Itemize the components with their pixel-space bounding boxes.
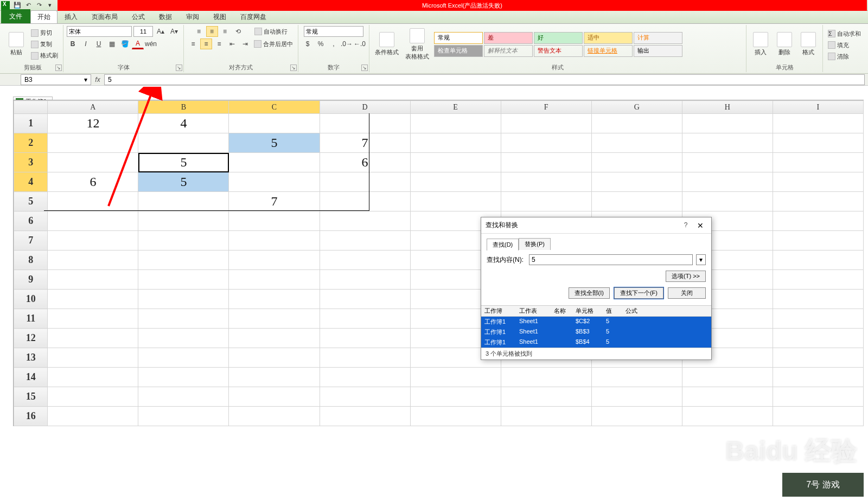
font-size-select[interactable] <box>133 26 153 37</box>
col-workbook[interactable]: 工作簿 <box>481 306 516 316</box>
col-formula[interactable]: 公式 <box>622 306 711 316</box>
col-C[interactable]: C <box>229 101 320 114</box>
qat-undo-icon[interactable]: ↶ <box>23 1 33 10</box>
cell-D3[interactable]: 6 <box>320 153 410 172</box>
style-calc[interactable]: 计算 <box>634 32 682 44</box>
col-I[interactable]: I <box>773 101 863 114</box>
tab-baidu[interactable]: 百度网盘 <box>233 10 273 23</box>
cell-A2[interactable] <box>48 133 138 153</box>
row-11[interactable]: 11 <box>14 309 48 329</box>
alignment-launcher-icon[interactable]: ↘ <box>290 65 297 71</box>
format-painter-button[interactable]: 格式刷 <box>29 50 60 61</box>
number-launcher-icon[interactable]: ↘ <box>361 65 368 71</box>
row-15[interactable]: 15 <box>14 387 48 407</box>
spreadsheet-grid[interactable]: A B C D E F G H I 1 12 4 2 5 7 3 5 6 <box>13 100 864 426</box>
cell-C3[interactable] <box>229 153 320 172</box>
cell-C1[interactable] <box>229 114 320 133</box>
increase-decimal-icon[interactable]: .0→ <box>341 38 353 49</box>
fx-icon[interactable]: fx <box>91 76 104 84</box>
qat-redo-icon[interactable]: ↷ <box>34 1 44 10</box>
row-2[interactable]: 2 <box>14 133 48 153</box>
row-10[interactable]: 10 <box>14 290 48 309</box>
style-warning[interactable]: 警告文本 <box>534 45 583 57</box>
cell-A4[interactable]: 6 <box>48 172 138 192</box>
name-box[interactable]: B3▾ <box>21 74 91 85</box>
cell-B4[interactable]: 5 <box>138 172 229 192</box>
style-output[interactable]: 输出 <box>634 45 682 57</box>
result-row[interactable]: 工作簿1Sheet1$B$35 <box>481 327 711 337</box>
orientation-icon[interactable]: ⟲ <box>232 26 244 37</box>
fill-color-button[interactable]: 🪣 <box>119 38 131 49</box>
tab-formulas[interactable]: 公式 <box>125 10 152 23</box>
style-explain[interactable]: 解释性文本 <box>484 45 533 57</box>
align-top-icon[interactable]: ≡ <box>193 26 205 37</box>
style-good[interactable]: 好 <box>534 32 583 44</box>
tab-home[interactable]: 开始 <box>30 10 58 23</box>
autosum-button[interactable]: Σ自动求和 <box>826 28 863 39</box>
copy-button[interactable]: 复制 <box>29 39 60 50</box>
comma-icon[interactable]: , <box>328 38 340 49</box>
col-worksheet[interactable]: 工作表 <box>516 306 551 316</box>
cell-C2[interactable]: 5 <box>229 133 320 153</box>
cell-B1[interactable]: 4 <box>138 114 229 133</box>
delete-cells-button[interactable]: 删除 <box>774 31 795 57</box>
col-A[interactable]: A <box>48 101 138 114</box>
font-color-button[interactable]: A <box>132 38 144 49</box>
col-cell[interactable]: 单元格 <box>572 306 603 316</box>
cell-B3[interactable]: 5 <box>138 153 229 172</box>
column-headers[interactable]: A B C D E F G H I <box>14 101 864 114</box>
result-row[interactable]: 工作簿1Sheet1$B$45 <box>481 337 711 348</box>
row-8[interactable]: 8 <box>14 251 48 270</box>
cell-D4[interactable] <box>320 172 410 192</box>
clipboard-launcher-icon[interactable]: ↘ <box>55 65 62 71</box>
border-button[interactable]: ▦ <box>106 38 118 49</box>
row-5[interactable]: 5 <box>14 192 48 211</box>
col-H[interactable]: H <box>682 101 773 114</box>
name-box-dropdown-icon[interactable]: ▾ <box>84 76 87 84</box>
row-12[interactable]: 12 <box>14 329 48 348</box>
tab-view[interactable]: 视图 <box>206 10 233 23</box>
row-1[interactable]: 1 <box>14 114 48 133</box>
col-value[interactable]: 值 <box>603 306 622 316</box>
wrap-text-button[interactable]: 自动换行 <box>253 26 289 37</box>
find-input[interactable] <box>529 254 693 265</box>
percent-icon[interactable]: % <box>315 38 327 49</box>
paste-button[interactable]: 粘贴 <box>5 31 27 57</box>
qat-save-icon[interactable]: 💾 <box>12 1 22 10</box>
currency-icon[interactable]: $ <box>302 38 314 49</box>
cell-C5[interactable]: 7 <box>229 192 320 211</box>
decrease-decimal-icon[interactable]: ←.0 <box>354 38 366 49</box>
table-format-button[interactable]: 套用 表格格式 <box>403 27 431 62</box>
font-launcher-icon[interactable]: ↘ <box>176 65 182 71</box>
row-14[interactable]: 14 <box>14 368 48 387</box>
close-button[interactable]: 关闭 <box>668 287 706 299</box>
cell-D2[interactable]: 7 <box>320 133 410 153</box>
style-bad[interactable]: 差 <box>484 32 533 44</box>
number-format-select[interactable] <box>304 26 363 37</box>
tab-data[interactable]: 数据 <box>152 10 179 23</box>
col-B[interactable]: B <box>138 101 229 114</box>
tab-review[interactable]: 审阅 <box>179 10 206 23</box>
conditional-format-button[interactable]: 条件格式 <box>373 31 401 57</box>
bold-button[interactable]: B <box>67 38 79 49</box>
col-name[interactable]: 名称 <box>551 306 572 316</box>
tab-layout[interactable]: 页面布局 <box>85 10 125 23</box>
clear-button[interactable]: 清除 <box>826 51 863 62</box>
style-normal[interactable]: 常规 <box>434 32 483 44</box>
align-right-icon[interactable]: ≡ <box>213 38 225 49</box>
row-6[interactable]: 6 <box>14 211 48 231</box>
style-link[interactable]: 链接单元格 <box>584 45 633 57</box>
fill-button[interactable]: 填充 <box>826 40 863 50</box>
cell-A3[interactable] <box>48 153 138 172</box>
row-3[interactable]: 3 <box>14 153 48 172</box>
select-all-corner[interactable] <box>14 101 48 114</box>
tab-file[interactable]: 文件 <box>1 9 30 23</box>
tab-insert[interactable]: 插入 <box>58 10 85 23</box>
italic-button[interactable]: I <box>80 38 92 49</box>
cell-C4[interactable] <box>229 172 320 192</box>
insert-cells-button[interactable]: 插入 <box>750 31 771 57</box>
row-16[interactable]: 16 <box>14 407 48 426</box>
tab-find[interactable]: 查找(D) <box>487 239 519 251</box>
col-G[interactable]: G <box>591 101 682 114</box>
find-next-button[interactable]: 查找下一个(F) <box>614 287 663 299</box>
